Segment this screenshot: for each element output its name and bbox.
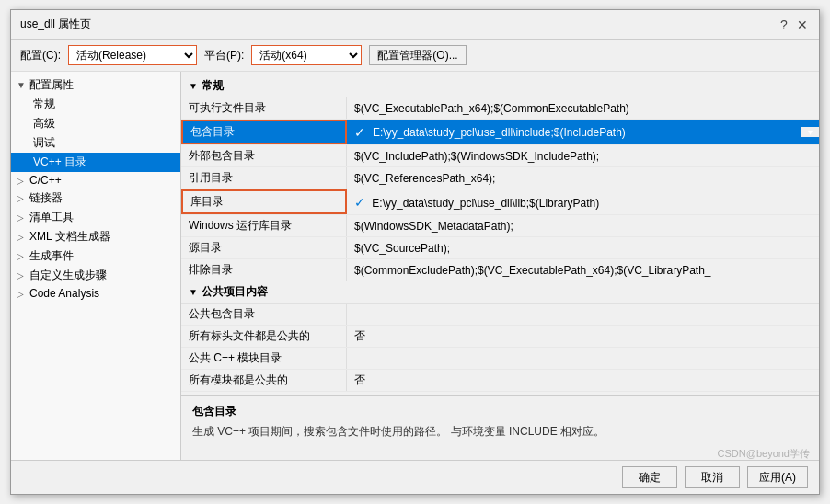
prop-row-reference[interactable]: 引用目录 $(VC_ReferencesPath_x64); [181, 167, 819, 189]
prop-value-library: ✓ E:\yy_data\study_pcl\use_dll\lib;$(Lib… [347, 192, 819, 212]
tree-arrow-manifest: ▷ [17, 212, 28, 223]
prop-row-all-modules-public[interactable]: 所有模块都是公共的 否 [181, 370, 819, 392]
prop-value-include-text: E:\yy_data\study_pcl\use_dll\include;$(I… [373, 126, 626, 139]
prop-name-public-include: 公共包含目录 [181, 304, 347, 325]
dialog: use_dll 属性页 ? ✕ 配置(C): 活动(Release) 平台(P)… [10, 9, 820, 495]
config-select[interactable]: 活动(Release) [68, 45, 197, 65]
section-public-arrow: ▼ [189, 287, 198, 297]
section-general-arrow: ▼ [189, 81, 198, 91]
bottom-description: 包含目录 生成 VC++ 项目期间，搜索包含文件时使用的路径。 与环境变量 IN… [181, 395, 819, 460]
sidebar-item-label: 链接器 [29, 190, 63, 206]
sidebar-item-vcpp[interactable]: VC++ 目录 [11, 153, 180, 172]
prop-row-all-headers-public[interactable]: 所有标头文件都是公共的 否 [181, 326, 819, 348]
sidebar-item-label: C/C++ [29, 174, 62, 187]
prop-name-include: 包含目录 [181, 120, 347, 144]
sidebar-item-cpp[interactable]: ▷ C/C++ [11, 172, 180, 189]
prop-value-exclude: $(CommonExcludePath);$(VC_ExecutablePath… [347, 261, 819, 280]
help-button[interactable]: ? [777, 17, 791, 32]
title-controls: ? ✕ [777, 17, 810, 32]
prop-name-exclude: 排除目录 [181, 259, 347, 281]
tree-arrow-code-analysis: ▷ [17, 289, 28, 299]
sidebar-item-debug[interactable]: 调试 [11, 133, 180, 153]
sidebar-item-linker[interactable]: ▷ 链接器 [11, 189, 180, 208]
ok-button[interactable]: 确定 [622, 466, 677, 488]
bottom-desc-title: 包含目录 [192, 404, 808, 419]
sidebar-item-custom-build[interactable]: ▷ 自定义生成步骤 [11, 266, 180, 285]
main-content: ▼ 配置属性 常规 高级 调试 VC++ 目录 ▷ C/C++ ▷ 链接器 [11, 72, 819, 460]
apply-button[interactable]: 应用(A) [747, 466, 808, 488]
prop-name-executable: 可执行文件目录 [181, 97, 347, 119]
prop-row-public-modules[interactable]: 公共 C++ 模块目录 [181, 348, 819, 370]
prop-name-external-include: 外部包含目录 [181, 145, 347, 166]
prop-value-winlib: $(WindowsSDK_MetadataPath); [347, 217, 819, 235]
prop-row-source[interactable]: 源目录 $(VC_SourcePath); [181, 237, 819, 259]
section-public-label: 公共项目内容 [202, 284, 268, 300]
section-general: ▼ 常规 [181, 75, 819, 97]
sidebar-item-label: 调试 [33, 136, 55, 149]
prop-row-winlib[interactable]: Windows 运行库目录 $(WindowsSDK_MetadataPath)… [181, 215, 819, 237]
sidebar-item-label: 高级 [33, 117, 55, 130]
sidebar-item-label: 生成事件 [29, 248, 74, 264]
sidebar-item-advanced[interactable]: 高级 [11, 114, 180, 133]
sidebar-item-label: VC++ 目录 [33, 155, 86, 168]
prop-value-all-headers: 否 [347, 326, 819, 347]
config-label: 配置(C): [20, 48, 61, 63]
prop-name-reference: 引用目录 [181, 167, 347, 189]
close-button[interactable]: ✕ [795, 17, 810, 32]
prop-value-executable: $(VC_ExecutablePath_x64);$(CommonExecuta… [347, 99, 819, 118]
sidebar-item-build-events[interactable]: ▷ 生成事件 [11, 246, 180, 266]
sidebar-item-label: XML 文档生成器 [29, 229, 110, 245]
prop-value-public-modules [347, 356, 819, 361]
prop-row-external-include[interactable]: 外部包含目录 $(VC_IncludePath);$(WindowsSDK_In… [181, 145, 819, 167]
prop-name-all-modules: 所有模块都是公共的 [181, 370, 347, 391]
platform-select[interactable]: 活动(x64) [251, 45, 362, 65]
sidebar-item-label: Code Analysis [29, 287, 99, 300]
section-general-label: 常规 [202, 78, 224, 94]
sidebar-item-xml[interactable]: ▷ XML 文档生成器 [11, 227, 180, 246]
sidebar-item-label: 自定义生成步骤 [29, 268, 107, 283]
checkmark-library: ✓ [354, 195, 365, 210]
sidebar-item-manifest[interactable]: ▷ 清单工具 [11, 208, 180, 227]
prop-value-library-text: E:\yy_data\study_pcl\use_dll\lib;$(Libra… [372, 197, 599, 210]
prop-name-library: 库目录 [181, 189, 347, 214]
prop-value-public-include [347, 312, 819, 317]
prop-value-source: $(VC_SourcePath); [347, 239, 819, 258]
platform-label: 平台(P): [204, 48, 244, 63]
prop-name-winlib: Windows 运行库目录 [181, 215, 347, 236]
include-dropdown-btn[interactable]: ▾ [801, 127, 819, 137]
title-bar: use_dll 属性页 ? ✕ [11, 10, 819, 40]
sidebar-item-label: 常规 [33, 97, 55, 110]
tree-arrow-cpp: ▷ [17, 176, 28, 186]
prop-row-exclude[interactable]: 排除目录 $(CommonExcludePath);$(VC_Executabl… [181, 259, 819, 281]
tree-root-label: 配置属性 [29, 77, 74, 93]
tree-arrow-build: ▷ [17, 251, 28, 261]
prop-name-public-modules: 公共 C++ 模块目录 [181, 348, 347, 369]
prop-value-external-include: $(VC_IncludePath);$(WindowsSDK_IncludePa… [347, 147, 819, 166]
config-bar: 配置(C): 活动(Release) 平台(P): 活动(x64) 配置管理器(… [11, 40, 819, 72]
prop-name-source: 源目录 [181, 237, 347, 258]
prop-row-public-include[interactable]: 公共包含目录 [181, 304, 819, 326]
dialog-title: use_dll 属性页 [20, 17, 91, 32]
prop-name-all-headers: 所有标头文件都是公共的 [181, 326, 347, 347]
prop-value-reference: $(VC_ReferencesPath_x64); [347, 169, 819, 188]
tree-root-arrow: ▼ [17, 80, 28, 90]
checkmark-include: ✓ [354, 125, 365, 140]
cancel-button[interactable]: 取消 [685, 466, 740, 488]
config-manager-button[interactable]: 配置管理器(O)... [369, 45, 466, 65]
footer: 确定 取消 应用(A) [11, 460, 819, 494]
prop-row-executable[interactable]: 可执行文件目录 $(VC_ExecutablePath_x64);$(Commo… [181, 97, 819, 120]
tree-root[interactable]: ▼ 配置属性 [11, 75, 180, 95]
section-public: ▼ 公共项目内容 [181, 281, 819, 304]
props-area: ▼ 常规 可执行文件目录 $(VC_ExecutablePath_x64);$(… [181, 72, 819, 395]
tree-arrow-linker: ▷ [17, 193, 28, 203]
prop-value-include: ✓ E:\yy_data\study_pcl\use_dll\include;$… [347, 122, 801, 143]
tree-arrow-xml: ▷ [17, 232, 28, 242]
prop-value-all-modules: 否 [347, 370, 819, 391]
left-panel: ▼ 配置属性 常规 高级 调试 VC++ 目录 ▷ C/C++ ▷ 链接器 [11, 72, 181, 460]
bottom-desc-text: 生成 VC++ 项目期间，搜索包含文件时使用的路径。 与环境变量 INCLUDE… [192, 423, 808, 440]
prop-row-include[interactable]: 包含目录 ✓ E:\yy_data\study_pcl\use_dll\incl… [181, 120, 819, 145]
sidebar-item-general[interactable]: 常规 [11, 95, 180, 114]
sidebar-item-code-analysis[interactable]: ▷ Code Analysis [11, 285, 180, 302]
tree-arrow-custom: ▷ [17, 270, 28, 281]
prop-row-library[interactable]: 库目录 ✓ E:\yy_data\study_pcl\use_dll\lib;$… [181, 189, 819, 215]
